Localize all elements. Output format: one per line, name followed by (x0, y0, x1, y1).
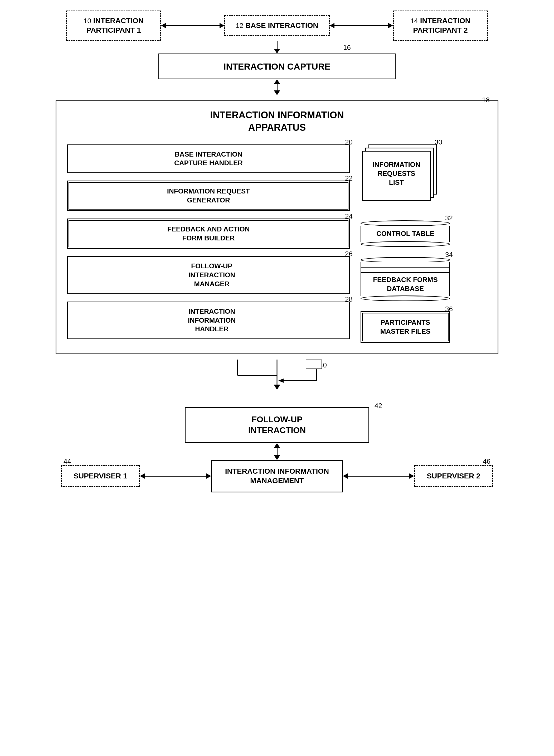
base-capture-handler-wrap: 20 BASE INTERACTIONCAPTURE HANDLER (67, 145, 350, 173)
apparatus-box: 18 INTERACTION INFORMATIONAPPARATUS 20 B… (56, 100, 498, 354)
participant2-box: 14 INTERACTIONPARTICIPANT 2 (393, 10, 488, 41)
bottom-row: 44 SUPERVISER 1 INTERACTION INFORMATIONM… (56, 460, 498, 492)
ref-14: 14 (410, 17, 418, 25)
info-mgmt-box: INTERACTION INFORMATIONMANAGEMENT (211, 460, 343, 492)
db-label: FEEDBACK FORMSDATABASE (361, 273, 449, 296)
superviser2-box: SUPERVISER 2 (414, 465, 493, 487)
arrow-left-base-p2 (330, 23, 334, 28)
connector-svg: 40 (185, 360, 369, 407)
ref-34: 34 (445, 251, 453, 259)
arrow-down-to-capture (274, 49, 280, 54)
participant1-label: INTERACTIONPARTICIPANT 1 (86, 17, 144, 34)
ref-42: 42 (375, 402, 382, 410)
cyl-top (361, 220, 450, 226)
followup-box-section: FOLLOW-UPINTERACTION 42 (56, 407, 498, 460)
connector-p1-base (166, 25, 220, 26)
info-requests-list-wrap: 30 (361, 145, 440, 203)
connector-mgmt-sv2 (343, 474, 414, 479)
arrow-left-sv2 (343, 474, 348, 479)
control-table-cylinder: CONTROL TABLE (361, 220, 450, 247)
followup-box: FOLLOW-UPINTERACTION (185, 407, 369, 443)
page-front-bottom (362, 196, 431, 201)
ref-18: 18 (482, 96, 490, 104)
superviser1-wrap: 44 SUPERVISER 1 (61, 465, 140, 487)
feedback-form-builder-wrap: 24 FEEDBACK AND ACTIONFORM BUILDER (67, 219, 350, 249)
followup-manager-wrap: 26 FOLLOW-UPINTERACTIONMANAGER (67, 256, 350, 294)
ref-46: 46 (483, 457, 491, 466)
arrow-right-sv1 (206, 474, 211, 479)
arrow-up-from-apparatus (274, 79, 280, 84)
connector-vertical-bottom (277, 448, 278, 455)
connector-base-p2 (334, 25, 388, 26)
capture-label: INTERACTION CAPTURE (223, 61, 331, 71)
base-interaction-box: 12 BASE INTERACTION (224, 15, 330, 36)
arrow-up-bottom (274, 443, 280, 448)
ref-44: 44 (63, 457, 71, 466)
connector-capture-apparatus (277, 84, 278, 91)
stacked-pages: INFORMATIONREQUESTSLIST (361, 145, 440, 203)
feedback-db-cylinder: FEEDBACK FORMSDATABASE (361, 257, 450, 301)
arrow-right-p1-base (220, 23, 224, 28)
ref-26: 26 (345, 250, 353, 258)
participants-outer: PARTICIPANTSMASTER FILES (361, 311, 450, 343)
db-top-ellipse (361, 257, 450, 263)
ref-32: 32 (445, 214, 453, 222)
arrow-left-sv1 (140, 474, 145, 479)
followup-connectors: 40 (185, 360, 369, 407)
base-interaction-label: BASE INTERACTION (245, 21, 318, 30)
ref-36: 36 (445, 305, 453, 313)
ref-28: 28 (345, 295, 353, 304)
cyl-bottom (361, 241, 450, 247)
feedback-form-builder-outer: FEEDBACK AND ACTIONFORM BUILDER (67, 219, 350, 249)
participants-inner: PARTICIPANTSMASTER FILES (362, 313, 449, 341)
info-requests-list-label: INFORMATIONREQUESTSLIST (373, 160, 421, 187)
arrow-right-sv2 (409, 474, 414, 479)
arrow-from-right (278, 379, 284, 383)
db-stripe1 (361, 262, 449, 268)
arrow-down-from-followup (185, 443, 369, 460)
control-table-wrap: 32 CONTROL TABLE (361, 220, 450, 247)
feedback-form-builder-inner: FEEDBACK AND ACTIONFORM BUILDER (68, 220, 348, 248)
indent-bar-26 (67, 256, 74, 294)
ref-22: 22 (345, 174, 353, 182)
superviser1-box: SUPERVISER 1 (61, 465, 140, 487)
arrow-down-main (274, 385, 280, 390)
interaction-capture-box: INTERACTION CAPTURE (158, 54, 396, 79)
info-request-gen-inner: INFORMATION REQUESTGENERATOR (68, 182, 348, 210)
arrow-down-bottom (274, 455, 280, 460)
connector-sv1-mgmt (140, 474, 211, 479)
line-sv1-mgmt (145, 476, 206, 477)
arrow-down-to-apparatus (274, 91, 280, 95)
info-mgmt-wrap: INTERACTION INFORMATIONMANAGEMENT (211, 460, 343, 492)
ref40-box (306, 360, 322, 369)
participant1-box: 10 INTERACTIONPARTICIPANT 1 (66, 10, 161, 41)
page-front: INFORMATIONREQUESTSLIST (362, 151, 431, 197)
cyl-body: CONTROL TABLE (361, 226, 450, 242)
db-bottom-ellipse (361, 295, 450, 301)
info-request-gen-wrap: 22 INFORMATION REQUESTGENERATOR (67, 180, 350, 211)
arrow-left-p1-base (161, 23, 166, 28)
apparatus-title: INTERACTION INFORMATIONAPPARATUS (67, 109, 487, 134)
info-handler-box: INTERACTIONINFORMATIONHANDLER (74, 302, 350, 339)
superviser2-wrap: 46 SUPERVISER 2 (414, 465, 493, 487)
arrow-right-base-p2 (388, 23, 393, 28)
ref-12: 12 (236, 21, 243, 30)
db-stripe2 (361, 268, 449, 273)
info-handler-wrap: 28 INTERACTIONINFORMATIONHANDLER (67, 302, 350, 339)
info-request-gen-outer: INFORMATION REQUESTGENERATOR (67, 180, 350, 211)
line-top-to-capture (277, 41, 278, 49)
indent-bar-28 (67, 302, 74, 339)
followup-manager-box: FOLLOW-UPINTERACTIONMANAGER (74, 256, 350, 294)
ref-16: 16 (343, 44, 351, 52)
ref-24: 24 (345, 212, 353, 220)
db-mid-section: FEEDBACK FORMSDATABASE (361, 262, 450, 296)
participant2-label: INTERACTIONPARTICIPANT 2 (413, 17, 470, 34)
ref-10: 10 (84, 17, 91, 25)
line-mgmt-sv2 (348, 476, 409, 477)
feedback-db-wrap: 34 FEEDBACK FORMSDATABASE (361, 257, 450, 301)
participants-master-wrap: 36 PARTICIPANTSMASTER FILES (361, 311, 450, 343)
base-capture-handler-box: BASE INTERACTIONCAPTURE HANDLER (67, 145, 350, 173)
